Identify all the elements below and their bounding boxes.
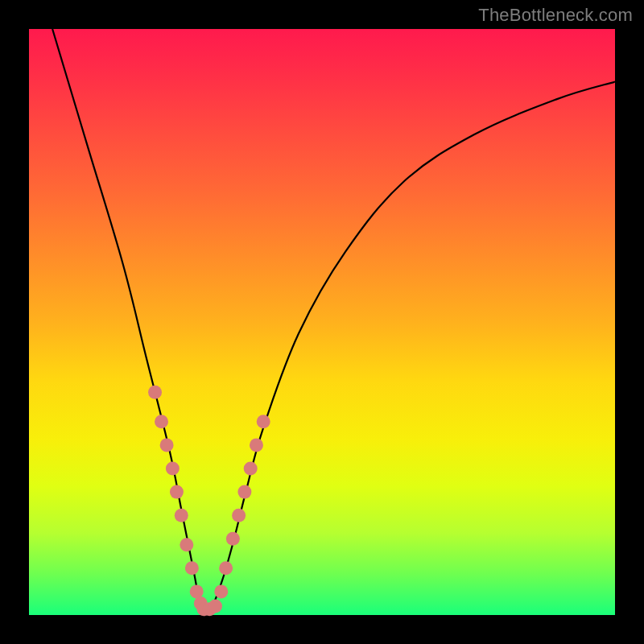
data-marker [219, 561, 233, 575]
data-marker [160, 438, 174, 452]
bottleneck-chart [29, 29, 615, 615]
data-marker [257, 415, 270, 428]
plot-area [29, 29, 615, 615]
data-marker [175, 509, 188, 522]
data-marker [185, 561, 199, 575]
data-marker [244, 462, 258, 476]
data-marker [170, 485, 184, 499]
data-marker [155, 415, 168, 428]
data-marker [208, 600, 222, 613]
data-markers [148, 386, 270, 616]
app-frame: TheBottleneck.com [0, 0, 644, 644]
data-marker [232, 509, 246, 522]
data-marker [148, 386, 162, 399]
data-marker [237, 485, 251, 499]
bottleneck-curve [52, 29, 615, 614]
data-marker [166, 462, 180, 476]
data-marker [250, 438, 263, 452]
data-marker [190, 584, 204, 598]
data-marker [180, 538, 193, 551]
data-marker [226, 532, 240, 546]
data-marker [214, 584, 228, 598]
watermark-text: TheBottleneck.com [478, 5, 633, 26]
